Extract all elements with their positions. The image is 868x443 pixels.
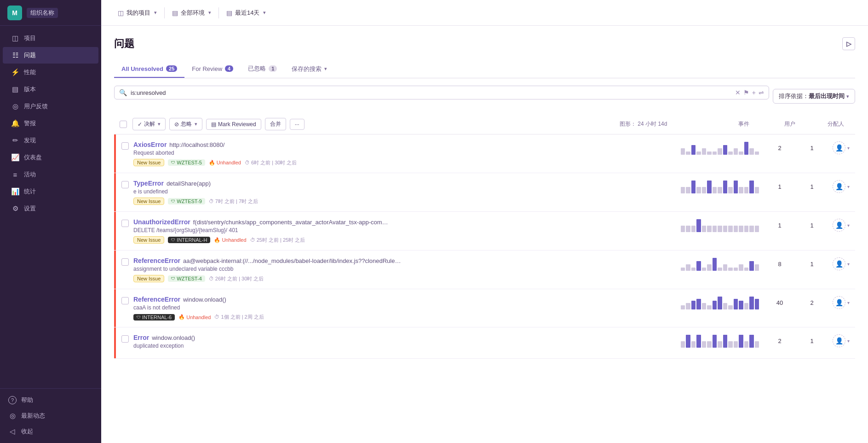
table-row[interactable]: AxiosError http://localhost:8080/ Reques… [114, 134, 855, 173]
project-selector[interactable]: ◫ 我的项目 ▾ [110, 0, 164, 25]
assign-button[interactable]: 👤 [833, 257, 845, 270]
sidebar-label-projects: 项目 [24, 34, 36, 42]
graph-label: 图形： [620, 121, 636, 127]
sidebar-item-alerts[interactable]: 🔔 警报 [3, 115, 98, 132]
spark-bar [734, 226, 738, 232]
sidebar-item-help[interactable]: ? 帮助 [0, 392, 101, 408]
spark-bar [739, 301, 743, 309]
severity-bar [114, 212, 116, 250]
assign-button[interactable]: 👤 [833, 180, 845, 193]
mark-reviewed-button[interactable]: ▤ Mark Reviewed [206, 119, 261, 130]
assignee-area: 👤 ▾ [833, 180, 850, 193]
assign-chevron-icon[interactable]: ▾ [847, 262, 850, 267]
assign-chevron-icon[interactable]: ▾ [847, 184, 850, 189]
tab-all-unresolved[interactable]: All Unresolved 25 [114, 61, 184, 78]
alerts-icon: 🔔 [11, 119, 19, 128]
clear-search-icon[interactable]: ✕ [735, 89, 741, 96]
users-header: 用户 [776, 120, 804, 128]
issue-checkbox[interactable] [121, 220, 129, 227]
assign-chevron-icon[interactable]: ▾ [847, 338, 850, 344]
project-chevron-icon: ▾ [154, 10, 157, 16]
spark-bar [728, 305, 732, 309]
issue-description: duplicated exception [133, 343, 673, 349]
spark-bar [749, 226, 753, 232]
issue-type: AxiosError [133, 141, 167, 148]
table-row[interactable]: ReferenceError aa@webpack-internal:(//..… [114, 251, 855, 289]
more-button[interactable]: ··· [290, 119, 305, 130]
assignee-area: 👤 ▾ [833, 296, 850, 309]
sidebar-item-releases[interactable]: ▤ 版本 [3, 81, 98, 98]
sparkline [681, 334, 759, 348]
assign-button[interactable]: 👤 [833, 296, 845, 309]
tab-saved-search[interactable]: 保存的搜索 ▾ [284, 60, 334, 78]
spark-bar [734, 148, 738, 155]
sidebar-item-latest[interactable]: ◎ 最新动态 [0, 408, 101, 424]
issue-title: UnauthorizedError f(dist/sentry/chunks/a… [133, 218, 673, 226]
expand-button[interactable]: ▷ [842, 37, 855, 50]
spark-bar [734, 341, 738, 348]
assign-button[interactable]: 👤 [833, 219, 845, 232]
sidebar-item-dashboard[interactable]: 📈 仪表盘 [3, 149, 98, 166]
issue-checkbox[interactable] [121, 297, 129, 304]
pin-icon[interactable]: ⚑ [743, 89, 749, 96]
spark-bar [686, 335, 690, 348]
unhandled-badge: 🔥 Unhandled [178, 314, 211, 320]
sidebar-item-feedback[interactable]: ◎ 用户反馈 [3, 98, 98, 115]
add-search-icon[interactable]: + [752, 89, 756, 96]
performance-icon: ⚡ [11, 68, 19, 76]
resolve-button[interactable]: ✓ 决解 ▾ [132, 118, 166, 130]
sidebar-item-settings[interactable]: ⚙ 设置 [3, 200, 98, 217]
table-row[interactable]: TypeError detailShare(app) e is undefine… [114, 173, 855, 212]
spark-bar [686, 264, 690, 271]
project-badge: 🛡INTERNAL-H [168, 237, 210, 243]
filter-icon[interactable]: ⇌ [759, 89, 764, 96]
issue-location: window.onload() [183, 296, 226, 303]
assign-button[interactable]: 👤 [833, 141, 845, 154]
sidebar-header: M 组织名称 [0, 0, 101, 26]
tab-for-review[interactable]: For Review 4 [184, 61, 241, 78]
merge-button[interactable]: 合并 [265, 118, 286, 130]
table-row[interactable]: ReferenceError window.onload() caaA is n… [114, 289, 855, 327]
ignore-button[interactable]: ⊘ 忽略 ▾ [169, 118, 202, 130]
assign-button[interactable]: 👤 [833, 334, 845, 347]
assign-chevron-icon[interactable]: ▾ [847, 223, 850, 228]
table-row[interactable]: Error window.onload() duplicated excepti… [114, 327, 855, 359]
time-selector[interactable]: ▤ 最近14天 ▾ [219, 0, 273, 25]
sidebar-item-activity[interactable]: ≡ 活动 [3, 166, 98, 183]
avatar[interactable]: M [7, 6, 22, 20]
tab-ignored[interactable]: 已忽略 1 [241, 60, 284, 78]
sidebar-item-issues[interactable]: ☷ 问题 [3, 47, 98, 64]
events-header: 事件 [730, 120, 758, 128]
issue-checkbox[interactable] [121, 181, 129, 188]
sidebar-item-stats[interactable]: 📊 统计 [3, 183, 98, 200]
table-row[interactable]: UnauthorizedError f(dist/sentry/chunks/a… [114, 212, 855, 251]
issue-checkbox[interactable] [121, 142, 129, 150]
spark-bar [707, 226, 711, 232]
tab-ignored-badge: 1 [269, 65, 277, 72]
env-selector[interactable]: ▤ 全部环境 ▾ [165, 0, 218, 25]
spark-bar [707, 305, 711, 309]
master-checkbox[interactable] [120, 121, 127, 128]
assign-chevron-icon[interactable]: ▾ [847, 146, 850, 151]
sort-control[interactable]: 排序依据： 最后出现时间 ▾ [773, 89, 855, 104]
assign-chevron-icon[interactable]: ▾ [847, 300, 850, 305]
spark-bar [702, 226, 706, 232]
sidebar-item-performance[interactable]: ⚡ 性能 [3, 64, 98, 81]
sidebar-item-projects[interactable]: ◫ 项目 [3, 30, 98, 47]
issue-checkbox[interactable] [121, 258, 129, 266]
sidebar-item-collapse[interactable]: ◁ 收起 [0, 424, 101, 439]
ignore-chevron-icon: ▾ [195, 121, 197, 127]
org-name: 组织名称 [27, 8, 58, 18]
search-input[interactable] [131, 89, 731, 96]
spark-bar [728, 268, 732, 271]
mark-reviewed-label: Mark Reviewed [218, 121, 256, 128]
spark-bar [718, 226, 722, 232]
issue-body: ReferenceError aa@webpack-internal:(//..… [133, 257, 673, 282]
spark-bar [749, 148, 753, 155]
issues-list: AxiosError http://localhost:8080/ Reques… [114, 134, 855, 359]
unhandled-badge: 🔥 Unhandled [214, 237, 246, 243]
project-selector-label: 我的项目 [126, 9, 150, 17]
user-count: 1 [800, 338, 823, 344]
sidebar-item-discover[interactable]: ✏ 发现 [3, 132, 98, 149]
issue-checkbox[interactable] [121, 335, 129, 343]
